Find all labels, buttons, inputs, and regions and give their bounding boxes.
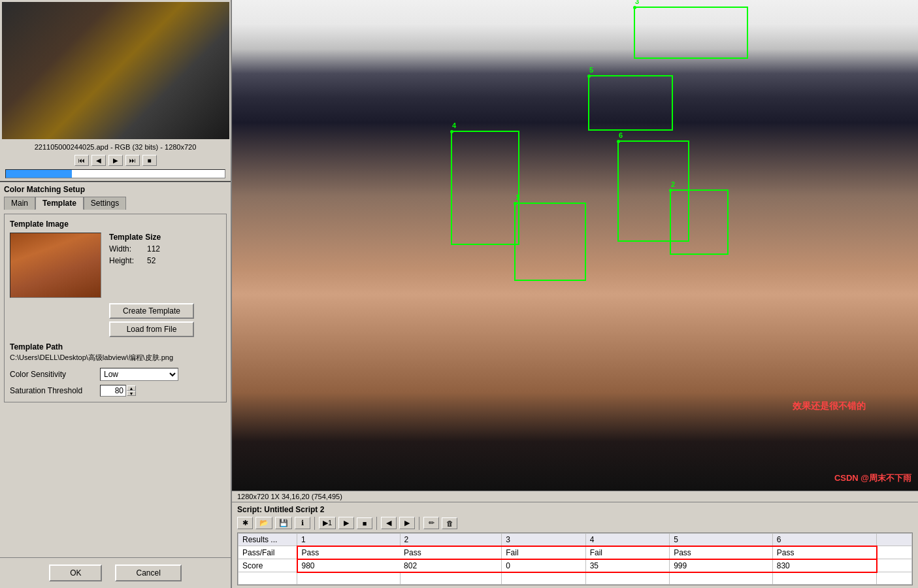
pass-fail-3: Fail bbox=[502, 546, 585, 559]
pass-fail-5: Pass bbox=[670, 546, 773, 559]
script-run-button[interactable]: ▶ bbox=[338, 517, 354, 529]
color-sensitivity-control[interactable]: Low Medium High bbox=[100, 368, 178, 381]
script-panel: Script: Untitled Script 2 ✱ 📂 💾 ℹ ▶1 ▶ ■… bbox=[232, 502, 918, 589]
box-dot-4 bbox=[450, 130, 453, 133]
box-dot-2 bbox=[669, 189, 672, 192]
template-image-section: Template Size Width: 112 Height: 52 bbox=[10, 233, 221, 298]
score-4: 35 bbox=[585, 559, 669, 572]
tab-content: Template Image Template Size Width: 112 … bbox=[4, 214, 227, 402]
width-label: Width: bbox=[109, 244, 142, 253]
saturation-spinbox: 80 ▲ ▼ bbox=[100, 385, 136, 397]
tab-settings[interactable]: Settings bbox=[84, 197, 126, 210]
color-sensitivity-select[interactable]: Low Medium High bbox=[100, 368, 178, 381]
create-template-button[interactable]: Create Template bbox=[109, 303, 194, 319]
col-header-1: 1 bbox=[297, 533, 401, 546]
box-dot-5 bbox=[587, 74, 591, 78]
results-table: Results ... 1 2 3 4 5 6 Pass/Fail Pass bbox=[238, 533, 912, 585]
spin-down-button[interactable]: ▼ bbox=[127, 391, 136, 396]
template-image-label: Template Image bbox=[10, 220, 221, 229]
box-dot-1 bbox=[514, 202, 517, 205]
score-3: 0 bbox=[502, 559, 585, 572]
empty-6 bbox=[670, 572, 773, 585]
color-sensitivity-label: Color Sensitivity bbox=[10, 370, 95, 379]
progress-bar[interactable] bbox=[5, 169, 225, 178]
spinbox-arrows: ▲ ▼ bbox=[127, 385, 136, 396]
box-label-2: 2 bbox=[671, 180, 675, 188]
play-button[interactable]: ▶ bbox=[108, 155, 123, 166]
toolbar-separator-3 bbox=[419, 517, 419, 530]
detection-box-4: 4 bbox=[451, 131, 519, 245]
empty-3 bbox=[400, 572, 502, 585]
col-header-empty bbox=[877, 533, 912, 546]
script-star-button[interactable]: ✱ bbox=[237, 517, 253, 529]
height-value: 52 bbox=[147, 256, 156, 265]
script-forward-button[interactable]: ▶ bbox=[399, 517, 415, 529]
pass-fail-4: Fail bbox=[585, 546, 669, 559]
results-tbody: Pass/Fail Pass Pass Fail Fail Pass Pass … bbox=[238, 546, 912, 585]
template-image-box bbox=[10, 233, 101, 298]
script-open-button[interactable]: 📂 bbox=[255, 517, 272, 529]
col-header-2: 2 bbox=[400, 533, 502, 546]
col-header-6: 6 bbox=[772, 533, 877, 546]
template-path-section: Template Path C:\Users\DELL\Desktop\高级la… bbox=[10, 342, 221, 363]
cancel-button[interactable]: Cancel bbox=[115, 564, 181, 581]
box-label-6: 6 bbox=[619, 131, 623, 139]
saturation-input[interactable]: 80 bbox=[100, 385, 126, 397]
score-empty bbox=[877, 559, 912, 572]
left-panel: 221105000244025.apd - RGB (32 bits) - 12… bbox=[0, 0, 232, 588]
saturation-threshold-row: Saturation Threshold 80 ▲ ▼ bbox=[10, 385, 221, 397]
script-info-button[interactable]: ℹ bbox=[295, 517, 310, 529]
prev-frame-button[interactable]: ◀ bbox=[91, 155, 106, 166]
detection-box-5: 5 bbox=[588, 75, 673, 131]
empty-7 bbox=[772, 572, 877, 585]
stop-button[interactable]: ■ bbox=[142, 155, 157, 166]
tab-template[interactable]: Template bbox=[35, 197, 84, 210]
script-title: Script: Untitled Script 2 bbox=[237, 505, 913, 514]
box-dot-3 bbox=[633, 6, 636, 9]
empty-1 bbox=[238, 572, 297, 585]
script-edit-button[interactable]: ✏ bbox=[423, 517, 439, 529]
first-frame-button[interactable]: ⏮ bbox=[74, 155, 89, 166]
spin-up-button[interactable]: ▲ bbox=[127, 385, 136, 391]
toolbar-separator-1 bbox=[314, 517, 315, 530]
csdn-watermark: CSDN @周末不下雨 bbox=[834, 472, 911, 484]
playback-controls: ⏮ ◀ ▶ ⏭ ■ bbox=[0, 153, 231, 168]
saturation-threshold-label: Saturation Threshold bbox=[10, 386, 95, 395]
ok-button[interactable]: OK bbox=[49, 564, 102, 581]
script-delete-button[interactable]: 🗑 bbox=[442, 517, 457, 529]
script-save-button[interactable]: 💾 bbox=[275, 517, 292, 529]
score-6: 830 bbox=[772, 559, 877, 572]
last-frame-button[interactable]: ⏭ bbox=[125, 155, 140, 166]
width-value: 112 bbox=[147, 244, 160, 253]
table-header-row: Results ... 1 2 3 4 5 6 bbox=[238, 533, 912, 546]
color-matching-title: Color Matching Setup bbox=[4, 185, 227, 194]
script-back-button[interactable]: ◀ bbox=[381, 517, 397, 529]
empty-8 bbox=[877, 572, 912, 585]
image-status-bar: 1280x720 1X 34,16,20 (754,495) bbox=[232, 491, 918, 502]
right-panel: 3 5 4 6 1 2 效果还是很不错的 CSDN @周末不下雨 1280x72… bbox=[232, 0, 918, 588]
load-from-file-button[interactable]: Load from File bbox=[109, 321, 194, 337]
tab-main[interactable]: Main bbox=[4, 197, 35, 210]
pass-fail-2: Pass bbox=[400, 546, 502, 559]
video-thumbnail-image bbox=[2, 2, 229, 139]
col-header-4: 4 bbox=[585, 533, 669, 546]
col-header-5: 5 bbox=[670, 533, 773, 546]
template-size-info: Template Size Width: 112 Height: 52 bbox=[109, 233, 161, 298]
pass-fail-1: Pass bbox=[297, 546, 401, 559]
empty-5 bbox=[585, 572, 669, 585]
file-info: 221105000244025.apd - RGB (32 bits) - 12… bbox=[0, 141, 231, 153]
template-path-label: Template Path bbox=[10, 342, 221, 351]
color-matching-section: Color Matching Setup Main Template Setti… bbox=[0, 181, 231, 557]
template-path-value: C:\Users\DELL\Desktop\高级labview\编程\皮肤.pn… bbox=[10, 353, 221, 363]
score-label: Score bbox=[238, 559, 297, 572]
col-header-3: 3 bbox=[502, 533, 585, 546]
template-height-row: Height: 52 bbox=[109, 256, 161, 265]
script-stop-button[interactable]: ■ bbox=[357, 517, 372, 529]
detection-box-1: 1 bbox=[514, 203, 586, 281]
script-run-step-button[interactable]: ▶1 bbox=[319, 517, 336, 529]
template-size-title: Template Size bbox=[109, 233, 161, 242]
pass-fail-label: Pass/Fail bbox=[238, 546, 297, 559]
results-table-container: Results ... 1 2 3 4 5 6 Pass/Fail Pass bbox=[237, 532, 913, 586]
height-label: Height: bbox=[109, 256, 142, 265]
main-image-area: 3 5 4 6 1 2 效果还是很不错的 CSDN @周末不下雨 bbox=[232, 0, 918, 491]
